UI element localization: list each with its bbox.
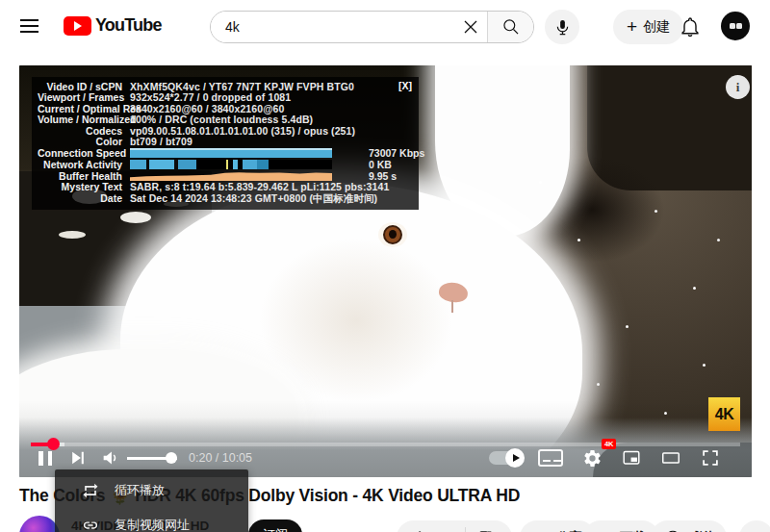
stats-row-network-activity: Network Activity0 KB [38,159,411,170]
player-controls-right: 4K [489,443,727,473]
subtitles-button[interactable] [538,449,563,467]
mic-icon [553,18,572,37]
create-label: 创建 [643,18,670,36]
thanks-button[interactable]: 感谢 [651,520,727,532]
account-avatar[interactable] [721,12,750,40]
loop-icon [81,481,100,500]
theater-icon [660,447,681,469]
time-display: 0:20 / 10:05 [189,451,252,465]
youtube-play-icon [64,16,91,36]
network-activity-graph [130,160,332,169]
create-button[interactable]: + 创建 [613,10,683,44]
miniplayer-icon [621,447,642,469]
pause-icon [38,451,52,466]
download-button[interactable]: 下载 [583,520,659,532]
volume-slider[interactable] [127,452,177,464]
stats-row: Volume / Normalized100% / DRC (content l… [38,114,411,125]
link-icon [81,516,100,532]
top-header: YouTube + 创建 [0,0,770,54]
bell-icon [679,15,702,38]
voice-search-button[interactable] [545,10,579,44]
stats-row: Colorbt709 / bt709 [38,137,411,147]
clear-search-icon[interactable] [454,12,487,42]
menu-item-label: 复制视频网址 [115,517,190,532]
notifications-button[interactable] [679,15,702,38]
info-icon[interactable]: i [726,75,750,99]
search-input[interactable] [211,12,454,42]
like-dislike-pill: 126 [397,520,512,532]
quality-badge: 4K [602,439,616,449]
volume-icon [100,447,121,469]
stats-row-connection-speed: Connection Speed73007 Kbps [38,147,411,159]
autoplay-toggle[interactable] [489,451,522,465]
buffer-health-graph [130,171,332,181]
autoplay-play-icon [505,448,525,468]
search-button[interactable] [487,12,533,42]
menu-item-label: 循环播放 [115,482,165,499]
fullscreen-button[interactable] [694,443,727,473]
menu-icon[interactable] [20,19,38,33]
4k-watermark: 4K [708,397,740,431]
subscribe-button[interactable]: 订阅 [248,519,302,532]
fullscreen-icon [700,447,721,469]
volume-handle[interactable] [166,452,177,464]
youtube-logo-text: YouTube [95,15,162,36]
stats-for-nerds-panel: [X] Video ID / sCPNXhXMf5QK4vc / YT67 7N… [32,77,419,210]
channel-avatar[interactable] [19,516,60,532]
more-actions-button[interactable] [739,520,770,532]
youtube-logo[interactable]: YouTube [64,15,162,36]
plus-icon: + [627,16,637,38]
menu-item-loop[interactable]: 循环播放 [55,473,248,508]
video-player[interactable]: [X] Video ID / sCPNXhXMf5QK4vc / YT67 7N… [19,65,752,477]
next-icon [68,448,88,468]
search-icon [501,17,521,37]
youtube-page: YouTube + 创建 [0,0,770,532]
close-icon[interactable]: [X] [398,81,412,91]
menu-item-copy-url[interactable]: 复制视频网址 [55,508,248,532]
player-context-menu: 循环播放 复制视频网址 [55,469,248,532]
settings-button[interactable]: 4K [576,443,608,473]
connection-speed-graph [130,148,332,158]
miniplayer-button[interactable] [615,443,648,473]
gear-icon [582,448,603,469]
search-box [210,11,534,43]
theater-mode-button[interactable] [654,443,687,473]
stats-row: Codecsvp09.00.51.08.01.01.01.01.00 (315)… [38,126,411,137]
stats-row: DateSat Dec 14 2024 13:48:23 GMT+0800 (中… [38,193,411,204]
